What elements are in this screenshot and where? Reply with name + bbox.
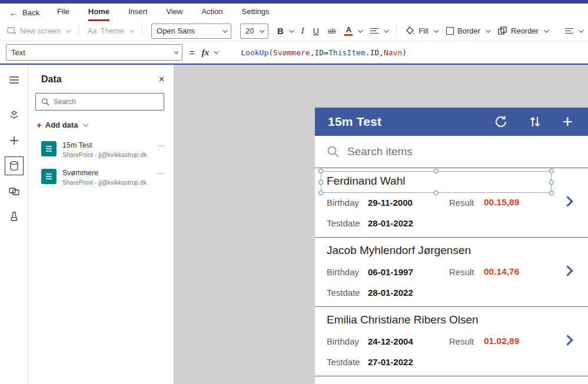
border-button[interactable]: Border [446,26,489,35]
result-value[interactable]: 01.02,89 [484,336,519,346]
insert-button[interactable] [5,131,24,150]
media-button[interactable] [5,182,24,201]
birthday-label[interactable]: Birthday [327,198,359,208]
item-name-label[interactable]: Ferdinand Wahl [327,175,405,188]
design-canvas[interactable]: 15m Test + Search items [174,65,588,384]
item-name-label[interactable]: Emilia Christiane Ribers Olsen [327,313,479,326]
text-align-button[interactable] [370,28,387,34]
formula-input[interactable]: LookUp(Svømmere,ID=ThisItem.ID,Navn) [241,48,407,57]
app-screen-preview[interactable]: 15m Test + Search items [315,108,588,384]
resize-handle[interactable] [318,169,323,173]
fx-dropdown[interactable]: fx [202,48,218,58]
more-options-icon[interactable]: … [157,167,165,176]
resize-handle[interactable] [434,169,438,173]
resize-handle[interactable] [549,180,554,185]
chevron-right-icon[interactable] [562,265,573,276]
underline-icon: U [313,26,319,36]
font-family-select[interactable]: Open Sans [151,24,231,39]
menu-item-file[interactable]: File [57,4,69,21]
database-icon [9,161,19,171]
birthday-value[interactable]: 24-12-2004 [368,336,413,346]
fill-button[interactable]: Fill [406,26,437,35]
chevron-down-icon [214,49,218,54]
font-color-icon: A [344,26,353,36]
add-data-button[interactable]: + Add data [28,114,174,136]
result-label[interactable]: Result [449,267,474,277]
testdate-label[interactable]: Testdate [327,288,360,298]
fill-icon [406,26,415,35]
reorder-button[interactable]: Reorder [498,26,547,35]
testdate-value[interactable]: 28-01-2022 [368,218,413,228]
italic-button[interactable]: I [301,26,304,36]
chevron-down-icon [84,122,88,126]
result-value[interactable]: 00.15,89 [484,197,519,208]
add-item-icon[interactable]: + [562,113,573,131]
property-select[interactable]: Text [6,44,182,61]
data-source-row[interactable]: Svømmere SharePoint - jj@kvikkastrup.dk … [28,163,174,191]
font-color-swatch [344,34,353,36]
item-name-label[interactable]: Jacob Myhlendorf Jørgensen [327,244,471,257]
resize-handle[interactable] [318,191,323,195]
theme-button[interactable]: Aa Theme [88,26,133,35]
birthday-value[interactable]: 06-01-1997 [368,267,413,277]
result-label[interactable]: Result [449,336,474,346]
close-icon[interactable]: × [159,74,164,85]
fx-icon: fx [202,48,210,58]
bold-button[interactable]: B [277,26,293,36]
sort-icon[interactable] [529,115,541,128]
underline-button[interactable]: U [313,26,319,36]
back-button[interactable]: ← Back [9,8,39,18]
data-search-input[interactable] [54,98,158,106]
birthday-label[interactable]: Birthday [327,336,359,346]
menu-item-action[interactable]: Action [201,4,222,21]
testdate-value[interactable]: 27-01-2022 [368,357,413,367]
gallery-item-row[interactable]: Emilia Christiane Ribers Olsen Birthday … [315,307,588,376]
gallery-item-row[interactable]: Ferdinand Wahl Birthday 29-11-2000 Resul… [315,168,588,238]
hamburger-menu-button[interactable] [5,71,24,89]
data-source-row[interactable]: 15m Test SharePoint - jj@kvikkastrup.dk … [28,136,174,163]
data-search-box[interactable] [35,93,164,111]
resize-handle[interactable] [318,180,323,185]
birthday-label[interactable]: Birthday [327,267,359,277]
advanced-tools-button[interactable] [5,207,24,226]
data-source-info: 15m Test SharePoint - jj@kvikkastrup.dk [62,141,147,158]
menu-item-home[interactable]: Home [88,4,109,21]
menu-item-insert[interactable]: Insert [128,4,148,21]
hamburger-icon [9,76,19,84]
sharepoint-list-icon [41,141,57,156]
back-label: Back [22,8,39,17]
gallery-item-row[interactable]: Jacob Myhlendorf Jørgensen Birthday 06-0… [315,238,588,307]
app-title[interactable]: 15m Test [328,115,381,129]
chevron-right-icon[interactable] [562,196,573,206]
advanced-tools-icon [9,211,19,222]
strikethrough-button[interactable]: ab [328,27,335,35]
app-search-bar[interactable]: Search items [315,136,588,168]
testdate-label[interactable]: Testdate [327,357,360,367]
data-panel-title: Data [41,74,62,85]
new-screen-button[interactable]: New screen [7,26,69,35]
tree-view-button[interactable] [5,106,24,125]
menu-item-settings[interactable]: Settings [242,4,270,21]
menu-item-view[interactable]: View [167,4,183,21]
reorder-label: Reorder [511,26,539,35]
font-color-button[interactable]: A [344,26,361,36]
font-size-select[interactable]: 20 [240,24,268,39]
resize-handle[interactable] [549,169,554,173]
border-label: Border [457,26,480,35]
app-header-bar[interactable]: 15m Test + [315,108,588,136]
resize-handle[interactable] [549,191,554,195]
result-value[interactable]: 00.14,76 [484,266,519,277]
result-label[interactable]: Result [449,198,474,208]
data-sources-button[interactable] [5,156,24,175]
align-controls-button[interactable] [565,28,582,34]
chevron-right-icon[interactable] [562,335,573,345]
app-search-placeholder: Search items [347,145,413,158]
testdate-label[interactable]: Testdate [327,218,360,228]
refresh-icon[interactable] [494,115,508,129]
testdate-value[interactable]: 28-01-2022 [368,288,413,298]
resize-handle[interactable] [434,191,438,195]
more-options-icon[interactable]: … [157,139,165,148]
chevron-down-icon [544,28,549,32]
align-lines-icon [370,28,378,34]
birthday-value[interactable]: 29-11-2000 [368,198,413,208]
